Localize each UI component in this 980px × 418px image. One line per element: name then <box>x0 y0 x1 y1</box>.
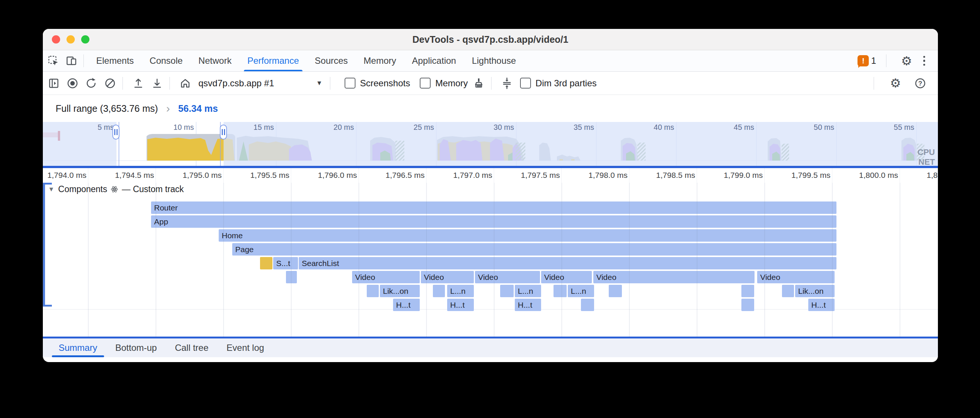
flame-bar[interactable] <box>741 285 754 297</box>
ruler-tick-label: 1,795.5 ms <box>242 171 290 180</box>
flame-bar[interactable] <box>782 285 794 297</box>
minimap-tick-label: 10 ms <box>173 123 194 131</box>
screenshots-checkbox[interactable]: Screenshots <box>345 78 410 89</box>
breadcrumb-selection[interactable]: 56.34 ms <box>178 103 218 114</box>
flame-bar-video[interactable]: Video <box>593 271 754 283</box>
tab-sources[interactable]: Sources <box>307 50 356 71</box>
gc-button[interactable] <box>471 75 487 91</box>
reload-and-record-button[interactable] <box>83 75 99 91</box>
load-profile-button[interactable] <box>130 75 146 91</box>
tab-lighthouse[interactable]: Lighthouse <box>464 50 524 71</box>
record-icon <box>67 77 78 89</box>
track-name: Components <box>58 184 107 194</box>
save-profile-button[interactable] <box>149 75 165 91</box>
help-button[interactable]: ? <box>912 75 928 91</box>
dim-3rd-parties-checkbox[interactable]: Dim 3rd parties <box>520 78 597 89</box>
toggle-sidebar-button[interactable] <box>46 75 62 91</box>
title-bar: DevTools - qsvd7p.csb.app/video/1 <box>43 29 938 50</box>
flame-bar[interactable] <box>286 271 297 283</box>
upload-icon <box>133 77 144 89</box>
ruler-tick-label: 1,798.5 ms <box>648 171 695 180</box>
memory-checkbox[interactable]: Memory <box>420 78 468 89</box>
chevron-down-icon: ▼ <box>316 79 322 87</box>
minimap-tick-label: 15 ms <box>254 123 274 131</box>
window-title: DevTools - qsvd7p.csb.app/video/1 <box>43 34 938 45</box>
error-indicator[interactable]: ! 1 <box>858 55 876 66</box>
collapse-tracks-button[interactable] <box>499 75 515 91</box>
clear-icon <box>104 77 116 89</box>
ruler-tick-label: 1,798.0 ms <box>580 171 628 180</box>
flame-bar-h-t[interactable]: H...t <box>808 299 835 311</box>
tab-application[interactable]: Application <box>404 50 464 71</box>
settings-button[interactable]: ⚙ <box>899 53 914 68</box>
flame-bar-video[interactable]: Video <box>475 271 540 283</box>
timeline-breadcrumbs: Full range (3,653.76 ms) › 56.34 ms <box>43 95 938 122</box>
flame-bar[interactable] <box>367 285 379 297</box>
flame-bar-video[interactable]: Video <box>421 271 474 283</box>
flame-bar[interactable] <box>433 285 445 297</box>
timeline-minimap[interactable]: 5 ms10 ms15 ms20 ms25 ms30 ms35 ms40 ms4… <box>43 122 938 166</box>
flame-bar[interactable] <box>554 285 566 297</box>
flame-bar-home[interactable]: Home <box>219 229 837 242</box>
flame-bar[interactable] <box>500 285 514 297</box>
performance-toolbar: qsvd7p.csb.app #1 ▼ Screenshots Memory <box>43 72 938 95</box>
record-button[interactable] <box>65 75 80 91</box>
minimap-handle-left[interactable] <box>113 125 119 139</box>
history-selected: qsvd7p.csb.app #1 <box>199 78 274 89</box>
tab-console[interactable]: Console <box>142 50 191 71</box>
ruler-tick-line <box>697 168 697 183</box>
grid-line <box>358 183 359 337</box>
flame-bar[interactable] <box>581 299 594 311</box>
grid-line <box>494 183 495 337</box>
sidebar-panel-icon <box>48 78 59 89</box>
flame-bar-h-t[interactable]: H...t <box>447 299 474 311</box>
ruler-tick-line <box>494 168 494 183</box>
minimap-tick-label: 55 ms <box>894 123 914 131</box>
device-toolbar-button[interactable] <box>64 53 79 68</box>
react-atom-icon <box>111 186 118 193</box>
tab-performance[interactable]: Performance <box>239 50 307 71</box>
ruler-tick-label: 1,794.5 ms <box>107 171 154 180</box>
history-dropdown[interactable]: qsvd7p.csb.app #1 ▼ <box>199 78 322 89</box>
tab-bottom-up[interactable]: Bottom-up <box>107 339 166 357</box>
breadcrumb-full-range[interactable]: Full range (3,653.76 ms) <box>56 103 158 114</box>
flame-bar-l-n[interactable]: L...n <box>447 285 474 297</box>
cpu-lane-label: CPU <box>918 147 935 157</box>
flame-bar-page[interactable]: Page <box>232 243 837 255</box>
clear-button[interactable] <box>102 75 118 91</box>
tab-memory[interactable]: Memory <box>356 50 404 71</box>
more-options-button[interactable] <box>920 54 929 68</box>
flame-bar-video[interactable]: Video <box>541 271 592 283</box>
flame-bar-l-n[interactable]: L...n <box>515 285 541 297</box>
flame-bar[interactable] <box>260 257 272 269</box>
tab-call-tree[interactable]: Call tree <box>166 339 217 357</box>
ruler-tick-label: 1,796.0 ms <box>310 171 357 180</box>
inspect-element-button[interactable] <box>46 53 61 68</box>
screenshots-label: Screenshots <box>360 78 410 89</box>
flame-bar-s-t[interactable]: S...t <box>273 257 298 269</box>
flame-bar-h-t[interactable]: H...t <box>393 299 420 311</box>
flame-bar-l-n[interactable]: L...n <box>568 285 594 297</box>
flame-bar-lik-on[interactable]: Lik...on <box>795 285 835 297</box>
grid-line <box>156 183 156 337</box>
tab-event-log[interactable]: Event log <box>218 339 273 357</box>
tab-summary[interactable]: Summary <box>49 339 107 357</box>
flame-bar-searchlist[interactable]: SearchList <box>299 257 837 269</box>
flame-bar[interactable] <box>609 285 622 297</box>
flame-bar-h-t[interactable]: H...t <box>515 299 541 311</box>
minimap-tick-label: 25 ms <box>414 123 434 131</box>
tab-network[interactable]: Network <box>191 50 239 71</box>
ruler-tick-label: 1,796.5 ms <box>377 171 425 180</box>
devices-icon <box>66 55 77 66</box>
track-header[interactable]: ▼ Components — Custom track <box>48 184 184 194</box>
flame-bar-lik-on[interactable]: Lik...on <box>380 285 420 297</box>
flame-bar-video[interactable]: Video <box>757 271 835 283</box>
flame-chart[interactable]: ▼ Components — Custom track RouterAppHom… <box>43 183 938 337</box>
capture-settings-button[interactable]: ⚙ <box>888 75 904 91</box>
flame-bar-video[interactable]: Video <box>352 271 420 283</box>
live-metrics-button[interactable] <box>177 75 193 91</box>
tab-elements[interactable]: Elements <box>88 50 142 71</box>
flame-bar[interactable] <box>741 299 754 311</box>
minimap-handle-right[interactable] <box>220 125 227 139</box>
grid-line <box>562 183 562 337</box>
